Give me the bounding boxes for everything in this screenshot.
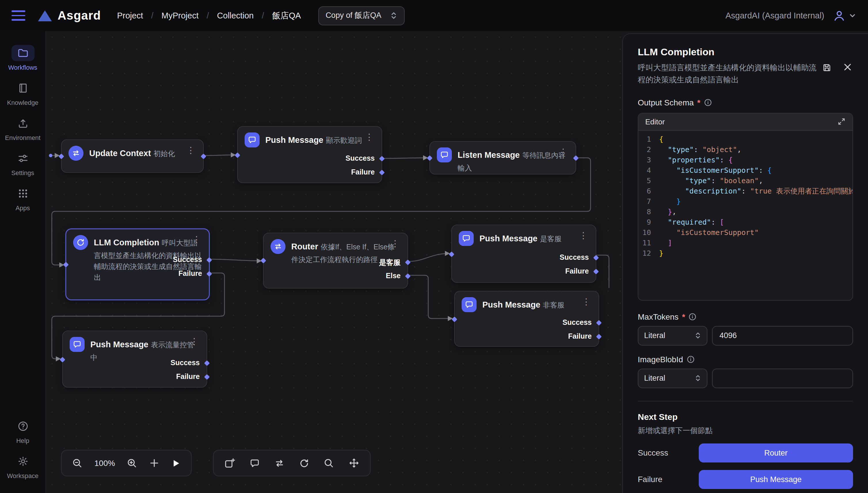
node-title: Push Message	[480, 234, 538, 243]
info-icon[interactable]	[686, 355, 694, 363]
chevron-up-down-icon	[391, 12, 397, 20]
node-title: Router	[291, 242, 318, 251]
expand-icon[interactable]	[838, 118, 846, 126]
node-update-context[interactable]: Update Context 初始化 ⋮	[61, 140, 204, 173]
schema-editor[interactable]: Editor 1{2 "type": "object",3 "propertie…	[638, 113, 853, 301]
max-tokens-label: MaxTokens	[638, 312, 678, 321]
node-subtitle: 是客服	[540, 235, 561, 243]
breadcrumb-separator: /	[151, 11, 153, 20]
breadcrumb-myproject[interactable]: MyProject	[161, 11, 199, 20]
select-value: Literal	[644, 331, 665, 340]
node-title: Push Message	[265, 135, 324, 145]
transform-node-icon[interactable]	[274, 457, 285, 469]
zoom-in-icon[interactable]	[127, 457, 138, 469]
zoom-level: 100%	[94, 458, 115, 468]
breadcrumb-project[interactable]: Project	[117, 11, 143, 20]
message-icon	[437, 147, 452, 163]
next-step-failure-row: Failure Push Message	[638, 470, 853, 489]
node-subtitle: 顯示歡迎詞	[326, 136, 362, 145]
zoom-out-icon[interactable]	[72, 457, 83, 469]
node-title: Push Message	[90, 340, 149, 349]
app-root: Asgard Project / MyProject / Collection …	[0, 0, 868, 493]
output-label-iscs: 是客服	[379, 258, 401, 268]
breadcrumb-collection[interactable]: Collection	[217, 11, 253, 20]
node-menu-button[interactable]: ⋮	[184, 145, 197, 155]
next-step-title: Next Step	[638, 412, 853, 422]
chevron-up-down-icon	[695, 374, 701, 382]
node-menu-button[interactable]: ⋮	[580, 296, 593, 307]
close-icon[interactable]	[843, 63, 852, 72]
node-title: Listen Message	[458, 150, 520, 159]
node-push-message-non-cs[interactable]: Push Message 非客服 ⋮ Success Failure	[454, 291, 599, 347]
user-avatar-icon[interactable]	[832, 9, 846, 22]
output-label-failure: Failure	[176, 373, 200, 381]
sidebar-item-workflows[interactable]: Workflows	[0, 45, 45, 71]
sidebar-item-environment[interactable]: Environment	[0, 115, 45, 141]
max-tokens-mode-select[interactable]: Literal	[638, 326, 707, 346]
node-llm-completion[interactable]: LLM Completion 呼叫大型語言模型並產生結構化的資料輸出以輔助流程的…	[66, 229, 209, 300]
message-node-icon[interactable]	[249, 457, 260, 469]
add-node-icon[interactable]	[224, 457, 236, 469]
node-router[interactable]: Router 依據If、Else If、Else條件決定工作流程執行的路徑 ⋮ …	[263, 233, 408, 288]
output-label-failure: Failure	[178, 270, 202, 278]
workflow-version-selector[interactable]: Copy of 飯店QA	[318, 6, 405, 25]
pan-icon[interactable]	[348, 457, 360, 469]
node-title: Push Message	[482, 300, 540, 309]
node-menu-button[interactable]: ⋮	[388, 238, 402, 249]
sidebar-item-settings[interactable]: Settings	[0, 150, 45, 176]
top-bar: Asgard Project / MyProject / Collection …	[0, 0, 868, 31]
panel-description: 呼叫大型語言模型並產生結構化的資料輸出以輔助流程的決策或生成自然語言輸出	[638, 62, 821, 86]
node-menu-button[interactable]: ⋮	[363, 131, 376, 142]
image-blob-mode-select[interactable]: Literal	[638, 369, 707, 388]
loop-node-icon[interactable]	[299, 457, 310, 469]
max-tokens-input[interactable]	[712, 326, 853, 346]
node-menu-button[interactable]: ⋮	[188, 336, 201, 347]
llm-refresh-icon	[73, 235, 88, 250]
info-icon[interactable]	[689, 313, 697, 321]
sidebar-item-workspace[interactable]: Workspace	[0, 453, 45, 479]
apps-grid-icon	[11, 186, 34, 201]
node-menu-button[interactable]: ⋮	[577, 230, 590, 241]
add-button[interactable]	[149, 458, 159, 468]
next-step-success-button[interactable]: Router	[699, 444, 853, 463]
node-title: Update Context	[89, 149, 151, 158]
run-button[interactable]	[171, 458, 181, 468]
swap-arrows-icon	[68, 146, 84, 161]
next-step-failure-label: Failure	[638, 475, 663, 484]
image-blob-input[interactable]	[712, 369, 853, 388]
inspector-panel: LLM Completion 呼叫大型語言模型並產生結構化的資料輸出以輔助流程的…	[622, 34, 868, 493]
folder-icon	[11, 45, 34, 61]
output-label-failure: Failure	[351, 168, 375, 176]
sidebar-label: Workspace	[7, 472, 39, 479]
search-icon[interactable]	[324, 457, 334, 469]
node-push-message-welcome[interactable]: Push Message 顯示歡迎詞 ⋮ Success Failure	[237, 126, 382, 183]
output-schema-label-row: Output Schema *	[638, 98, 853, 107]
panel-title: LLM Completion	[638, 47, 853, 58]
sidebar-item-knowledge[interactable]: Knowledge	[0, 80, 45, 106]
message-icon	[462, 297, 476, 312]
next-step-failure-button[interactable]: Push Message	[699, 470, 853, 489]
menu-icon[interactable]	[12, 10, 25, 21]
sidebar-item-apps[interactable]: Apps	[0, 186, 45, 211]
breadcrumb-current[interactable]: 飯店QA	[272, 10, 301, 21]
save-icon[interactable]	[822, 63, 832, 72]
node-menu-button[interactable]: ⋮	[190, 234, 203, 245]
editor-title: Editor	[645, 117, 665, 126]
message-icon	[459, 231, 474, 246]
node-listen-message[interactable]: Listen Message 等待訊息內容輸入 ⋮	[429, 141, 576, 174]
message-icon	[245, 132, 260, 147]
code-lines[interactable]: 1{2 "type": "object",3 "properties": {4 …	[638, 131, 852, 259]
account-chevron-down-icon[interactable]	[848, 12, 856, 20]
node-push-message-cs[interactable]: Push Message 是客服 ⋮ Success Failure	[451, 224, 596, 283]
sidebar-label: Apps	[16, 205, 30, 211]
info-icon[interactable]	[704, 99, 712, 107]
sidebar-item-help[interactable]: Help	[0, 418, 45, 444]
editor-header: Editor	[638, 113, 852, 131]
node-subtitle: 非客服	[543, 301, 564, 309]
output-label-success: Success	[173, 256, 202, 264]
select-value: Literal	[644, 374, 665, 383]
node-push-message-throttle[interactable]: Push Message 表示流量控管中 ⋮ Success Failure	[62, 330, 207, 388]
node-menu-button[interactable]: ⋮	[557, 146, 570, 157]
chevron-up-down-icon	[695, 332, 701, 340]
upload-icon	[11, 115, 34, 131]
